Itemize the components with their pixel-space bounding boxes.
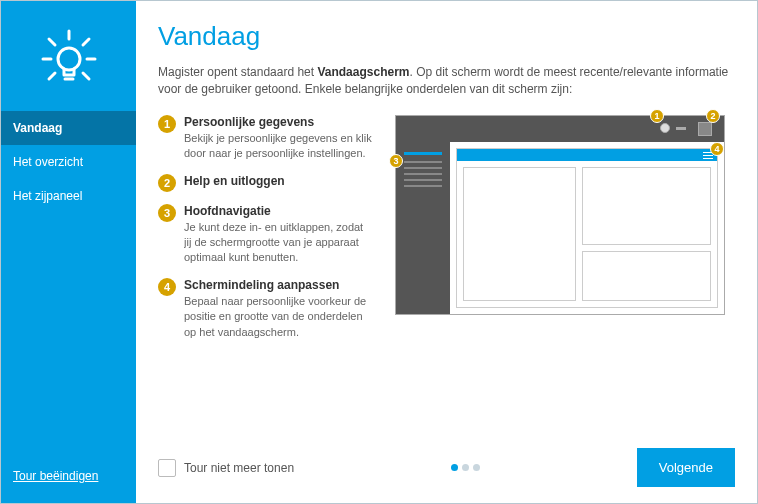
next-button[interactable]: Volgende (637, 448, 735, 487)
mock-widget (463, 167, 576, 301)
badge-number-icon: 3 (158, 204, 176, 222)
sidebar-item-vandaag[interactable]: Vandaag (1, 111, 136, 145)
marker-1-icon: 1 (650, 109, 664, 123)
mock-sidebar (396, 142, 450, 314)
mock-nav-line-icon (404, 185, 442, 187)
footer: Tour niet meer tonen Volgende (158, 434, 735, 487)
intro-text: Magister opent standaard het Vandaagsche… (158, 64, 735, 99)
mock-widget-header (457, 149, 717, 161)
screen-mockup: 1 2 3 (395, 115, 725, 315)
dont-show-again: Tour niet meer tonen (158, 459, 294, 477)
lightbulb-icon (34, 21, 104, 91)
end-tour-link[interactable]: Tour beëindigen (13, 469, 98, 483)
item-title: Help en uitloggen (184, 174, 373, 188)
list-item: 4 Schermindeling aanpassen Bepaal naar p… (158, 278, 373, 340)
avatar-icon (660, 123, 670, 133)
marker-4-icon: 4 (710, 142, 724, 156)
mock-nav-line-icon (404, 161, 442, 163)
svg-line-3 (83, 39, 89, 45)
list-item: 1 Persoonlijke gegevens Bekijk je persoo… (158, 115, 373, 162)
mock-nav-line-icon (404, 173, 442, 175)
mock-nav-line-icon (404, 167, 442, 169)
dont-show-checkbox[interactable] (158, 459, 176, 477)
item-desc: Bepaal naar persoonlijke voorkeur de pos… (184, 294, 373, 340)
item-title: Schermindeling aanpassen (184, 278, 373, 292)
end-tour-area: Tour beëindigen (1, 469, 136, 503)
mock-widget (582, 251, 711, 301)
dont-show-label: Tour niet meer tonen (184, 461, 294, 475)
illustration: 1 2 3 (395, 115, 725, 434)
svg-point-0 (58, 48, 80, 70)
marker-3-icon: 3 (389, 154, 403, 168)
marker-2-icon: 2 (706, 109, 720, 123)
page-dot[interactable] (473, 464, 480, 471)
mock-main: 4 (456, 148, 718, 308)
mock-nav-line-icon (404, 179, 442, 181)
badge-number-icon: 4 (158, 278, 176, 296)
list-item: 3 Hoofdnavigatie Je kunt deze in- en uit… (158, 204, 373, 266)
page-dot[interactable] (451, 464, 458, 471)
page-dots (294, 464, 637, 471)
svg-line-6 (49, 73, 55, 79)
intro-bold: Vandaagscherm (317, 65, 409, 79)
mock-widget (582, 167, 711, 245)
intro-pre: Magister opent standaard het (158, 65, 317, 79)
list-item: 2 Help en uitloggen (158, 174, 373, 192)
page-title: Vandaag (158, 21, 735, 52)
sidebar: Vandaag Het overzicht Het zijpaneel Tour… (1, 1, 136, 503)
sidebar-item-zijpaneel[interactable]: Het zijpaneel (1, 179, 136, 213)
menu-square-icon (698, 122, 712, 136)
badge-number-icon: 2 (158, 174, 176, 192)
item-title: Persoonlijke gegevens (184, 115, 373, 129)
mock-nav-active-icon (404, 152, 442, 155)
svg-line-2 (49, 39, 55, 45)
content-row: 1 Persoonlijke gegevens Bekijk je persoo… (158, 115, 735, 434)
name-placeholder-icon (676, 127, 686, 130)
page-dot[interactable] (462, 464, 469, 471)
item-title: Hoofdnavigatie (184, 204, 373, 218)
item-desc: Bekijk je persoonlijke gegevens en klik … (184, 131, 373, 162)
sidebar-item-overzicht[interactable]: Het overzicht (1, 145, 136, 179)
nav-list: Vandaag Het overzicht Het zijpaneel (1, 111, 136, 469)
main-panel: Vandaag Magister opent standaard het Van… (136, 1, 757, 503)
feature-list: 1 Persoonlijke gegevens Bekijk je persoo… (158, 115, 373, 434)
logo-area (1, 1, 136, 111)
tour-modal: Vandaag Het overzicht Het zijpaneel Tour… (0, 0, 758, 504)
mock-header: 1 2 (396, 116, 724, 142)
item-desc: Je kunt deze in- en uitklappen, zodat ji… (184, 220, 373, 266)
badge-number-icon: 1 (158, 115, 176, 133)
mock-grid (457, 161, 717, 307)
svg-line-7 (83, 73, 89, 79)
